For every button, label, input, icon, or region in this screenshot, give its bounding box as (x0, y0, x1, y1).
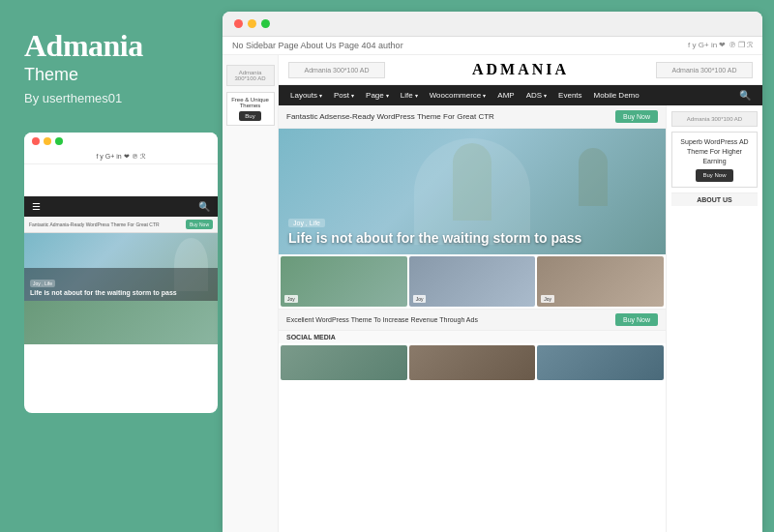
hamburger-icon[interactable]: ☰ (32, 201, 41, 212)
post-tags: Joy , Life (288, 219, 325, 227)
left-panel: Admania Theme By userthemes01 f y G+ in … (0, 0, 223, 532)
mobile-hero-overlay: Joy , Life Life is not about for the wai… (24, 268, 218, 301)
nav-layouts[interactable]: Layouts ▾ (284, 85, 328, 105)
thumb-post-3[interactable]: Joy (537, 256, 664, 307)
mobile-top-bar (24, 133, 218, 150)
mobile-dot-green (55, 137, 63, 145)
header-ad-right: Admania 300*100 AD (656, 62, 753, 78)
mobile-nav-bar: ☰ 🔍 (24, 196, 218, 217)
bottom-thumb-3[interactable] (537, 345, 664, 380)
chevron-down-icon: ▾ (544, 92, 547, 99)
themes-box: Free & Unique Themes Buy (226, 92, 275, 126)
bottom-thumb-2[interactable] (409, 345, 536, 380)
superb-ad-box: Superb WordPress AD Theme For Higher Ear… (671, 132, 758, 188)
theme-subtitle: Theme (24, 65, 198, 85)
header-ad-left: Admania 300*100 AD (288, 62, 385, 78)
site-body: Admania 300*100 AD Free & Unique Themes … (223, 55, 762, 532)
chevron-down-icon: ▾ (483, 92, 486, 99)
mobile-dot-red (32, 137, 40, 145)
thumb-post-1[interactable]: Joy (281, 256, 407, 307)
nav-page[interactable]: Page ▾ (360, 85, 395, 105)
thumb-tag-2: Joy (413, 295, 427, 303)
mobile-bottom-image (24, 301, 218, 344)
chevron-down-icon: ▾ (319, 92, 322, 99)
mobile-logo: ADMANIA (24, 164, 218, 196)
bottom-ad-text: Excellent WordPress Theme To Increase Re… (286, 316, 478, 323)
mobile-dot-yellow (44, 137, 51, 145)
mobile-post-tag: Joy , Life (30, 280, 55, 287)
superb-buy-btn[interactable]: Buy Now (696, 169, 732, 181)
thumb-post-2[interactable]: Joy (409, 256, 536, 307)
browser-dot-yellow (248, 19, 256, 28)
site-left-sidebar: Admania 300*100 AD Free & Unique Themes … (223, 55, 279, 532)
nav-events[interactable]: Events (552, 85, 587, 105)
nav-amp[interactable]: AMP (491, 85, 520, 105)
site-center-column: Fantastic Adsense-Ready WordPress Theme … (279, 105, 666, 532)
featured-text: Fantastic Adsense-Ready WordPress Theme … (286, 112, 494, 121)
featured-banner: Fantastic Adsense-Ready WordPress Theme … (279, 105, 666, 129)
mobile-preview: f y G+ in ❤ ℗ ℛ ADMANIA ☰ 🔍 Fantastic Ad… (24, 133, 218, 413)
theme-by: By userthemes01 (24, 91, 198, 105)
site-right-sidebar: Admania 300*100 AD Superb WordPress AD T… (666, 105, 762, 532)
social-media-section: SOCIAL MEDIA (279, 330, 666, 343)
nav-woocommerce[interactable]: Woocommerce ▾ (424, 85, 492, 105)
site-ad-left: Admania 300*100 AD (226, 65, 275, 86)
chevron-down-icon: ▾ (351, 92, 354, 99)
featured-buy-now-button[interactable]: Buy Now (615, 110, 658, 123)
browser-chrome (223, 12, 762, 37)
right-ad-top: Admania 300*100 AD (671, 111, 758, 127)
hero-post-overlay: Joy , Life Life is not about for the wai… (279, 204, 666, 254)
nav-mobile-demo[interactable]: Mobile Demo (588, 85, 645, 105)
site-header: Admania 300*100 AD ADMANIA Admania 300*1… (279, 55, 762, 85)
search-icon[interactable]: 🔍 (198, 201, 210, 212)
theme-title: Admania (24, 29, 198, 63)
mobile-ad-bar: Fantastic Admania-Ready WordPress Theme … (24, 217, 218, 233)
hero-post-title: Life is not about for the waiting storm … (288, 230, 656, 247)
mobile-buy-btn[interactable]: Buy Now (186, 220, 213, 229)
site-logo: ADMANIA (472, 61, 569, 78)
bottom-ad-bar: Excellent WordPress Theme To Increase Re… (279, 309, 666, 330)
site-buy-btn[interactable]: Buy (239, 111, 260, 121)
about-us-section: ABOUT US (671, 192, 758, 206)
site-content-area: Fantastic Adsense-Ready WordPress Theme … (279, 105, 762, 532)
mobile-hero: Joy , Life Life is not about for the wai… (24, 233, 218, 301)
thumb-tag-3: Joy (541, 295, 554, 303)
breadcrumb: No Sidebar Page About Us Page 404 author… (223, 37, 762, 55)
chevron-down-icon: ▾ (415, 92, 418, 99)
thumbnail-posts: Joy Joy Joy (279, 254, 666, 309)
chevron-down-icon: ▾ (386, 92, 389, 99)
nav-ads[interactable]: ADS ▾ (521, 85, 552, 105)
bottom-buy-now-button[interactable]: Buy Now (615, 313, 658, 326)
mobile-social-bar: f y G+ in ❤ ℗ ℛ (24, 150, 218, 164)
thumb-tag-1: Joy (284, 295, 298, 303)
superb-ad-title: Superb WordPress AD Theme For Higher Ear… (677, 137, 752, 165)
hero-post[interactable]: Joy , Life Life is not about for the wai… (279, 129, 666, 254)
browser-window: No Sidebar Page About Us Page 404 author… (223, 12, 762, 532)
nav-life[interactable]: Life ▾ (395, 85, 424, 105)
site-content: No Sidebar Page About Us Page 404 author… (223, 37, 762, 532)
site-navigation: Layouts ▾ Post ▾ Page ▾ Life ▾ Woocommer… (279, 85, 762, 105)
bottom-thumbnails (279, 343, 666, 382)
posts-area: Joy , Life Life is not about for the wai… (279, 129, 666, 532)
browser-dot-red (234, 19, 243, 28)
site-main: Admania 300*100 AD ADMANIA Admania 300*1… (279, 55, 762, 532)
social-icons-bar: f y G+ in ❤ ℗ ❐ ℛ (688, 41, 753, 50)
themes-text: Free & Unique Themes (229, 97, 272, 108)
nav-post[interactable]: Post ▾ (328, 85, 360, 105)
bottom-thumb-1[interactable] (281, 345, 407, 380)
mobile-post-title: Life is not about for the waiting storm … (30, 289, 212, 297)
nav-search-icon[interactable]: 🔍 (733, 86, 757, 104)
browser-dot-green (261, 19, 270, 28)
